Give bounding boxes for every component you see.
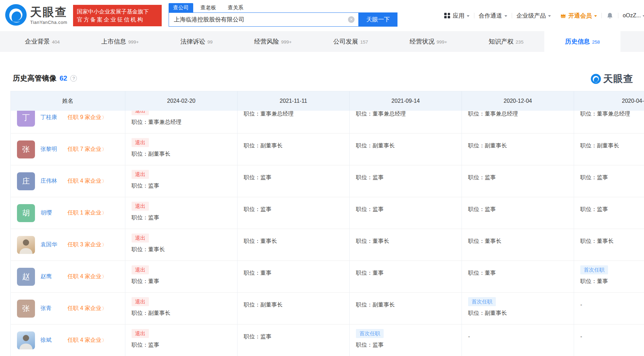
nav-enterprise-label: 企业级产品 — [517, 12, 546, 20]
tab-知识产权[interactable]: 知识产权235 — [468, 31, 544, 52]
chevron-right-icon: 〉 — [102, 115, 107, 121]
chevron-right-icon: 〉 — [102, 337, 107, 344]
executive-name-link[interactable]: 胡缨 — [41, 209, 68, 217]
position-cell: 职位：副董事长 — [349, 293, 462, 324]
table-row: 张张青任职 4 家企业〉退出职位：副董事长职位：副董事长职位：副董事长首次任职职… — [11, 293, 644, 325]
avatar-photo[interactable] — [17, 331, 35, 349]
position-text: 职位：副董事长 — [580, 142, 644, 149]
executive-name-link[interactable]: 赵鹰 — [41, 273, 68, 280]
bell-icon — [606, 12, 614, 19]
position-cell: 职位：监事 — [462, 165, 574, 197]
executive-name-link[interactable]: 庄伟林 — [41, 177, 68, 185]
search-button[interactable]: 天眼一下 — [359, 12, 397, 27]
avatar[interactable]: 张 — [17, 300, 35, 318]
position-text: 职位：监事 — [356, 174, 462, 181]
nav-enterprise-products[interactable]: 企业级产品 — [517, 12, 551, 20]
tianyancha-logo-icon — [5, 4, 27, 26]
tab-经营风险[interactable]: 经营风险999+ — [233, 31, 312, 52]
tianyancha-logo[interactable]: 天眼查 TianYanCha.com — [5, 4, 68, 26]
tab-历史信息[interactable]: 历史信息258 — [544, 31, 621, 52]
companies-count-link[interactable]: 任职 9 家企业〉 — [68, 114, 107, 121]
chevron-down-icon — [548, 15, 551, 18]
exit-badge: 退出 — [132, 202, 149, 211]
position-text: 职位：监事 — [580, 174, 644, 181]
executive-name-link[interactable]: 丁桂康 — [41, 114, 68, 121]
search-tab[interactable]: 查公司 — [169, 3, 193, 12]
vip-button[interactable]: 开通会员 — [560, 12, 597, 20]
tab-上市信息[interactable]: 上市信息999+ — [81, 31, 160, 52]
help-icon[interactable]: ? — [70, 75, 77, 82]
clear-search-icon[interactable]: ✕ — [348, 16, 355, 23]
nav-partner-channel[interactable]: 合作通道 — [479, 12, 507, 20]
search-tab[interactable]: 查老板 — [196, 3, 221, 12]
crown-icon — [560, 12, 566, 19]
tab-经营状况[interactable]: 经营状况999+ — [389, 31, 468, 52]
position-cell: 职位：监事 — [349, 197, 462, 229]
companies-count-label: 任职 4 家企业 — [68, 177, 101, 185]
exit-badge: 退出 — [132, 234, 149, 243]
tab-法律诉讼[interactable]: 法律诉讼99 — [160, 31, 233, 52]
position-cell: - — [462, 325, 574, 356]
companies-count-link[interactable]: 任职 4 家企业〉 — [68, 305, 107, 312]
tab-count: 999+ — [128, 39, 139, 45]
nav-partner-label: 合作通道 — [479, 12, 502, 20]
companies-count-link[interactable]: 任职 7 家企业〉 — [68, 146, 107, 153]
companies-count-link[interactable]: 任职 3 家企业〉 — [68, 241, 107, 248]
logo-en: TianYanCha.com — [30, 20, 68, 25]
avatar-photo[interactable] — [17, 236, 35, 254]
position-cell: 职位：监事 — [349, 165, 462, 197]
notifications-button[interactable] — [606, 12, 614, 19]
position-text: 职位：监事 — [132, 341, 237, 349]
search-tab[interactable]: 查关系 — [223, 3, 248, 12]
companies-count-link[interactable]: 任职 4 家企业〉 — [68, 177, 107, 185]
position-cell: - — [574, 325, 644, 356]
executive-name-link[interactable]: 张青 — [41, 305, 68, 312]
cert-line1: 国家中小企业发展子基金旗下 — [77, 8, 158, 16]
section-head: 历史高管镜像 62 ? 天眼查 — [13, 73, 631, 84]
position-text: 职位：董事兼总经理 — [244, 110, 349, 118]
avatar[interactable]: 胡 — [17, 204, 35, 222]
avatar[interactable]: 丁 — [17, 109, 35, 127]
position-cell: 职位：董事 — [237, 261, 349, 292]
executive-name-link[interactable]: 徐斌 — [41, 337, 68, 344]
companies-count-link[interactable]: 任职 4 家企业〉 — [68, 273, 107, 280]
executive-name-cell: 徐斌任职 4 家企业〉 — [11, 325, 125, 356]
position-text: 职位：副董事长 — [132, 150, 237, 158]
position-text: 职位：监事 — [132, 182, 237, 190]
companies-count-link[interactable]: 任职 4 家企业〉 — [68, 337, 107, 344]
companies-count-link[interactable]: 任职 1 家企业〉 — [68, 209, 107, 217]
tab-label: 企业背景 — [25, 37, 50, 46]
position-cell: 退出职位：副董事长 — [125, 134, 237, 165]
watermark-text: 天眼查 — [603, 72, 633, 85]
position-text: 职位：副董事长 — [468, 142, 574, 149]
chevron-down-icon — [643, 15, 644, 18]
position-cell: 职位：董事 — [462, 261, 574, 292]
table-row: 张张黎明任职 7 家企业〉退出职位：副董事长职位：副董事长职位：副董事长职位：副… — [11, 134, 644, 165]
avatar[interactable]: 庄 — [17, 172, 35, 190]
nav-apps[interactable]: 应用 — [444, 12, 469, 20]
tab-企业背景[interactable]: 企业背景404 — [4, 31, 81, 52]
position-text: 职位：董事长 — [580, 237, 644, 245]
search-input[interactable] — [169, 12, 359, 27]
vip-label: 开通会员 — [569, 12, 592, 20]
chevron-right-icon: 〉 — [102, 178, 107, 184]
executive-name-cell: 庄庄伟林任职 4 家企业〉 — [11, 165, 125, 197]
top-bar: 天眼查 TianYanCha.com 国家中小企业发展子基金旗下 官方备案企业征… — [0, 0, 644, 31]
tianyancha-logo-icon — [591, 74, 601, 84]
executive-name-link[interactable]: 张黎明 — [41, 146, 68, 153]
position-cell: 职位：监事 — [462, 197, 574, 229]
tab-label: 上市信息 — [101, 37, 126, 46]
tab-count: 235 — [516, 39, 524, 45]
search-area: 查公司查老板查关系 ✕ 天眼一下 — [169, 3, 397, 27]
executive-name-cell: 袁国华任职 3 家企业〉 — [11, 229, 125, 261]
position-text: 职位：监事 — [244, 206, 349, 213]
user-menu[interactable]: oOzZ... — [623, 12, 644, 19]
avatar[interactable]: 张 — [17, 140, 35, 158]
tab-count: 157 — [360, 39, 368, 45]
avatar[interactable]: 赵 — [17, 268, 35, 286]
exit-badge: 退出 — [132, 265, 149, 274]
executive-name-link[interactable]: 袁国华 — [41, 241, 68, 248]
position-text: 职位：监事 — [468, 206, 574, 213]
tab-公司发展[interactable]: 公司发展157 — [312, 31, 389, 52]
position-cell: 职位：董事长 — [349, 229, 462, 261]
